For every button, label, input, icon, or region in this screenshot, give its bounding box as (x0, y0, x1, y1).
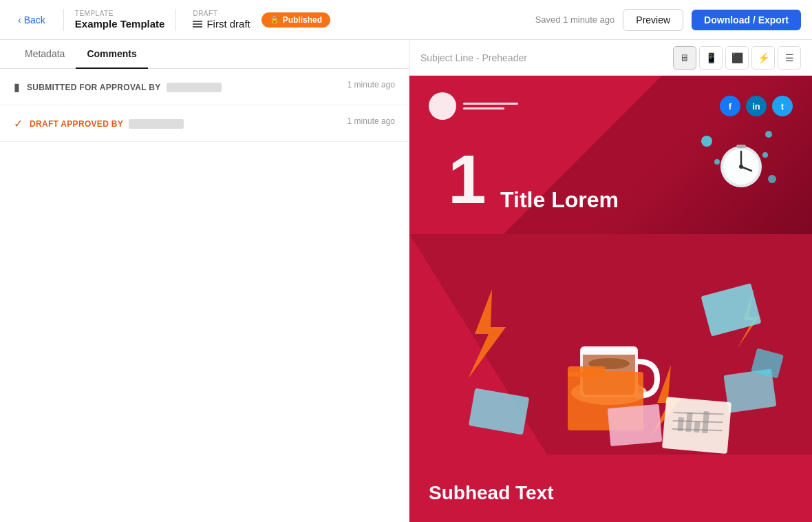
comment-time: 1 minute ago (348, 80, 395, 90)
svg-rect-19 (580, 346, 638, 355)
logo-line-2 (463, 107, 504, 109)
template-name: Example Template (75, 18, 165, 30)
comment-label: SUBMITTED FOR APPROVAL BY (27, 83, 161, 92)
svg-rect-22 (568, 366, 606, 377)
email-logo-area (429, 92, 518, 120)
comment-content-2: DRAFT APPROVED BY (30, 117, 184, 129)
header-divider-2 (175, 9, 176, 31)
split-icon: ⬛ (731, 52, 743, 63)
published-badge: 🔒 Published (261, 12, 330, 28)
lock-icon: 🔒 (270, 15, 279, 24)
published-label: Published (283, 15, 322, 25)
back-button[interactable]: ‹ Back (11, 10, 52, 30)
lightning-icon: ⚡ (758, 52, 769, 63)
view-controls: 🖥 📱 ⬛ ⚡ ☰ (673, 46, 801, 70)
split-view-button[interactable]: ⬛ (725, 46, 749, 70)
comment-left-2: ✓ DRAFT APPROVED BY (14, 116, 339, 130)
hero-title: Title Lorem (500, 187, 619, 213)
header-divider (63, 9, 64, 31)
preheader-text: Preheader (482, 52, 527, 63)
template-info: TEMPLATE Example Template (75, 10, 165, 30)
illustration-area (409, 234, 812, 457)
email-preview: f in t 1 Title Lorem (409, 76, 812, 522)
svg-point-10 (762, 152, 768, 158)
email-top-row: f in t (429, 92, 793, 120)
tabs-row: Metadata Comments (0, 40, 409, 69)
draft-label: DRAFT (193, 10, 250, 17)
tab-metadata[interactable]: Metadata (14, 40, 76, 69)
subject-line-label: Subject Line - Preheader (420, 52, 527, 63)
illustration-svg (409, 234, 812, 455)
email-canvas: f in t 1 Title Lorem (409, 76, 812, 522)
svg-rect-29 (694, 421, 700, 433)
saved-status: Saved 1 minute ago (535, 14, 615, 25)
app-header: ‹ Back TEMPLATE Example Template DRAFT F… (0, 0, 812, 40)
check-icon: ✓ (14, 117, 23, 130)
svg-point-2 (768, 175, 776, 183)
draft-name-row: First draft (193, 18, 250, 30)
subhead-text: Subhead Text (429, 482, 554, 503)
subhead-section: Subhead Text (409, 471, 812, 515)
mobile-icon: 📱 (705, 52, 717, 63)
twitter-icon[interactable]: t (772, 96, 793, 116)
desktop-view-button[interactable]: 🖥 (673, 46, 696, 70)
list-icon: ☰ (785, 52, 794, 63)
back-label: Back (24, 14, 45, 25)
draft-name-text: First draft (206, 18, 250, 30)
svg-rect-31 (608, 404, 663, 446)
comment-left: ▮ SUBMITTED FOR APPROVAL BY (14, 80, 339, 94)
comment-label-2: DRAFT APPROVED BY (30, 119, 123, 129)
logo-line-1 (463, 103, 518, 105)
bookmark-icon: ▮ (14, 81, 20, 94)
email-header-bg: f in t 1 Title Lorem (409, 76, 812, 234)
preview-button[interactable]: Preview (623, 9, 683, 31)
svg-point-1 (765, 131, 772, 138)
left-panel: Metadata Comments ▮ SUBMITTED FOR APPROV… (0, 40, 409, 522)
lightning-view-button[interactable]: ⚡ (751, 46, 775, 70)
logo-lines (463, 103, 518, 109)
svg-point-9 (714, 159, 720, 165)
subject-text: Subject Line (420, 52, 473, 63)
comment-user-blur (167, 83, 222, 92)
header-right: Saved 1 minute ago Preview Download / Ex… (535, 9, 801, 31)
comment-item-2: ✓ DRAFT APPROVED BY 1 minute ago (0, 105, 409, 142)
draft-menu-icon[interactable] (193, 21, 202, 28)
download-export-button[interactable]: Download / Export (692, 10, 801, 30)
preview-header: Subject Line - Preheader 🖥 📱 ⬛ ⚡ ☰ (409, 40, 812, 76)
svg-point-7 (739, 165, 743, 169)
comment-content: SUBMITTED FOR APPROVAL BY (27, 81, 222, 93)
clock-decoration (696, 124, 779, 207)
comment-item: ▮ SUBMITTED FOR APPROVAL BY 1 minute ago (0, 69, 409, 105)
svg-point-0 (701, 136, 712, 147)
separator: - (476, 52, 482, 63)
desktop-icon: 🖥 (680, 52, 690, 63)
linkedin-icon[interactable]: in (746, 96, 767, 116)
mobile-view-button[interactable]: 📱 (699, 46, 723, 70)
hero-number: 1 (448, 145, 487, 213)
comment-time-2: 1 minute ago (348, 116, 395, 126)
list-view-button[interactable]: ☰ (778, 46, 801, 70)
email-hero: 1 Title Lorem (429, 131, 793, 234)
right-panel: Subject Line - Preheader 🖥 📱 ⬛ ⚡ ☰ (409, 40, 812, 522)
comment-user-blur-2 (129, 119, 184, 129)
comments-list: ▮ SUBMITTED FOR APPROVAL BY 1 minute ago… (0, 69, 409, 522)
draft-info: DRAFT First draft (193, 10, 250, 30)
logo-circle (429, 92, 456, 120)
template-label: TEMPLATE (75, 10, 165, 17)
social-icons: f in t (720, 96, 793, 116)
svg-rect-8 (736, 145, 746, 148)
back-arrow-icon: ‹ (18, 14, 21, 25)
facebook-icon[interactable]: f (720, 96, 740, 116)
main-layout: Metadata Comments ▮ SUBMITTED FOR APPROV… (0, 40, 812, 522)
tab-comments[interactable]: Comments (76, 40, 147, 69)
